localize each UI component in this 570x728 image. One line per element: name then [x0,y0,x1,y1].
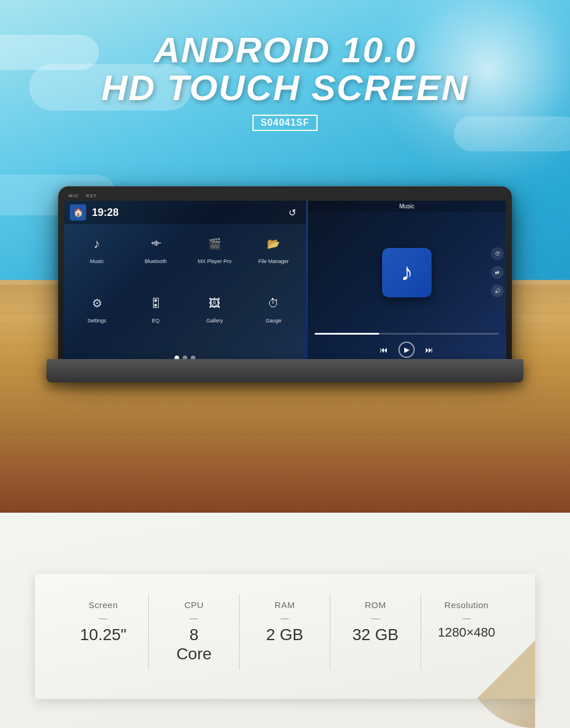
spec-rom-label: ROM [342,600,409,610]
spec-ram-label: RAM [251,600,318,610]
mxplayer-icon: 🎬 [202,231,227,257]
spec-rom: ROM — 32 GB [330,594,421,670]
play-button[interactable]: ▶ [398,342,415,358]
rst-label: RST [86,193,97,198]
app-music-label: Music [90,259,104,265]
app-gallery[interactable]: 🖼 Gallery [187,290,241,345]
spec-rom-value: 32 GB [342,625,409,645]
app-eq[interactable]: 🎛 EQ [129,290,183,345]
spec-cpu-unit: Core [176,645,212,663]
device-bezel: MIC RST 🏠 19:28 ↺ ♪ Music [58,186,512,370]
app-gauge-label: Gauge [266,318,282,324]
gauge-icon: ⏱ [261,290,286,316]
spec-screen-label: Screen [70,600,137,610]
side-controls: ⏱ ⇄ 🔊 [491,247,504,297]
screen-header: 🏠 19:28 ↺ [64,201,307,224]
music-section-header: Music [308,201,506,212]
music-art-area: ♪ ⏱ ⇄ 🔊 [308,212,506,333]
screen-right-panel: Music ♪ ⏱ ⇄ 🔊 [308,201,506,364]
device-container: MIC RST 🏠 19:28 ↺ ♪ Music [58,186,512,370]
progress-fill [315,333,379,335]
device-screen: 🏠 19:28 ↺ ♪ Music ⬲ Bluetooth [64,201,506,364]
app-gauge[interactable]: ⏱ Gauge [247,290,301,345]
specs-section: Screen — 10.25" CPU — 8 Core RAM — 2 GB … [35,574,535,699]
app-music[interactable]: ♪ Music [70,231,124,286]
app-mxplayer[interactable]: 🎬 MX Player Pro [187,231,241,286]
spec-screen-value: 10.25" [70,625,137,645]
gallery-icon: 🖼 [202,290,227,316]
filemanager-icon: 📂 [261,231,286,257]
spec-resolution-divider: — [433,613,500,623]
spec-cpu-label: CPU [161,600,227,610]
app-filemanager-label: File Manager [258,259,289,265]
header-section: ANDROID 10.0 HD TOUCH SCREEN S04041SF [0,32,570,131]
music-progress-bar[interactable] [308,333,506,335]
spec-cpu-value: 8 Core [161,625,227,664]
time-display: 19:28 [92,207,119,219]
app-eq-label: EQ [152,318,159,324]
specs-grid: Screen — 10.25" CPU — 8 Core RAM — 2 GB … [58,594,512,670]
app-settings-label: Settings [87,318,106,324]
spec-ram-value: 2 GB [251,625,318,645]
spec-ram-divider: — [251,613,318,623]
eq-icon: 🎛 [143,290,169,316]
app-filemanager[interactable]: 📂 File Manager [247,231,301,286]
music-icon: ♪ [84,231,110,257]
prev-button[interactable]: ⏮ [380,345,388,354]
music-artwork: ♪ [382,248,432,297]
next-button[interactable]: ⏭ [425,345,433,354]
bluetooth-icon: ⬲ [143,231,169,257]
title-line2: HD TOUCH SCREEN [0,68,570,108]
progress-track [315,333,499,335]
spec-screen: Screen — 10.25" [58,594,149,670]
app-grid: ♪ Music ⬲ Bluetooth 🎬 MX Player Pro 📂 Fi… [64,224,307,352]
spec-resolution-value: 1280×480 [433,625,500,640]
spec-ram: RAM — 2 GB [240,594,330,670]
volume-button[interactable]: 🔊 [491,285,504,297]
settings-icon: ⚙ [84,290,110,316]
music-note-icon: ♪ [401,258,413,286]
spec-cpu-number: 8 [190,626,199,644]
device-top-bar: MIC RST [64,192,506,201]
specs-card: Screen — 10.25" CPU — 8 Core RAM — 2 GB … [35,574,535,699]
app-bluetooth[interactable]: ⬲ Bluetooth [129,231,183,286]
device-stand [47,359,523,382]
screen-left-panel: 🏠 19:28 ↺ ♪ Music ⬲ Bluetooth [64,201,307,364]
back-button[interactable]: ↺ [284,204,301,221]
spec-cpu: CPU — 8 Core [149,594,240,670]
app-gallery-label: Gallery [206,318,223,324]
spec-rom-divider: — [342,613,409,623]
home-button[interactable]: 🏠 [70,204,86,221]
mic-label: MIC [69,193,79,198]
spec-screen-divider: — [70,613,137,623]
shuffle-button[interactable]: ⇄ [491,266,504,279]
spec-resolution: Resolution — 1280×480 [421,594,512,670]
spec-cpu-divider: — [161,613,227,623]
model-badge: S04041SF [252,115,318,131]
title-line1: ANDROID 10.0 [0,32,570,68]
clock-button[interactable]: ⏱ [491,247,504,260]
app-mxplayer-label: MX Player Pro [198,259,231,265]
spec-resolution-label: Resolution [433,600,500,610]
app-settings[interactable]: ⚙ Settings [70,290,124,345]
app-bluetooth-label: Bluetooth [145,259,167,265]
